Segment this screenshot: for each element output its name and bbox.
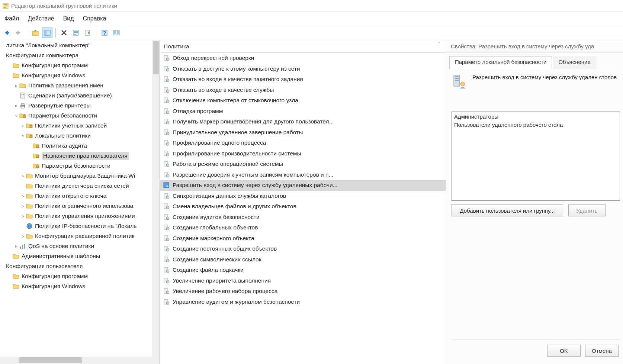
tree-restricted[interactable]: ▹ Политики ограниченного использова xyxy=(0,201,151,211)
tree-firewall-monitor[interactable]: ▹ Монитор брандмауэра Защитника Wi xyxy=(0,171,151,181)
add-user-button[interactable]: Добавить пользователя или группу... xyxy=(452,204,563,216)
tree-local-policies[interactable]: ▿ Локальные политики xyxy=(0,131,151,141)
tree-public-key[interactable]: ▹ Политики открытого ключа xyxy=(0,191,151,201)
cancel-button[interactable]: Отмена xyxy=(585,345,619,357)
policy-item[interactable]: Увеличение приоритета выполнения xyxy=(160,276,446,286)
expander-icon[interactable]: ▹ xyxy=(20,203,26,209)
tree-windows-config[interactable]: Конфигурация Windows xyxy=(0,70,151,80)
forward-button[interactable] xyxy=(13,28,24,38)
tree-audit-policy[interactable]: Политика аудита xyxy=(0,141,151,151)
show-hide-tree-button[interactable] xyxy=(42,28,52,38)
policy-item[interactable]: Синхронизация данных службы каталогов xyxy=(160,191,446,202)
properties-button[interactable] xyxy=(71,28,81,38)
expander-icon[interactable]: ▹ xyxy=(20,193,26,199)
tree-user-config[interactable]: Конфигурация пользователя xyxy=(0,261,151,271)
policy-item[interactable]: Получить маркер олицетворения для другог… xyxy=(160,116,446,127)
policy-icon xyxy=(163,129,170,136)
policy-item[interactable]: Создание файла подкачки xyxy=(160,265,446,276)
svg-rect-8 xyxy=(44,30,46,35)
tree-security-options[interactable]: Параметры безопасности xyxy=(0,161,151,171)
policy-item[interactable]: Профилирование одного процесса xyxy=(160,138,446,148)
tree[interactable]: литика "Локальный компьютер" Конфигураци… xyxy=(0,40,160,364)
policy-item[interactable]: Отказать во входе в качестве службы xyxy=(160,85,446,96)
expander-icon[interactable]: ▹ xyxy=(13,103,19,108)
policy-item[interactable]: Создание маркерного объекта xyxy=(160,233,446,244)
delete-button[interactable] xyxy=(59,28,69,38)
tree-printers[interactable]: ▹ Развернутые принтеры xyxy=(0,100,151,110)
policy-item[interactable]: Отладка программ xyxy=(160,106,446,117)
help-button[interactable]: ? xyxy=(99,28,110,38)
menu-file[interactable]: Файл xyxy=(4,15,19,22)
tree-node-icon xyxy=(26,193,33,199)
expander-icon[interactable]: ▹ xyxy=(20,123,26,128)
tree-scripts[interactable]: Сценарии (запуск/завершение) xyxy=(0,90,151,100)
tree-windows-config-2[interactable]: Конфигурация Windows xyxy=(0,281,151,291)
tree-network-list[interactable]: Политики диспетчера списка сетей xyxy=(0,181,151,191)
tree-ipsec[interactable]: Политики IP-безопасности на "Локаль xyxy=(0,221,151,231)
policy-label: Создание файла подкачки xyxy=(173,267,244,273)
tree-qos[interactable]: ▹ QoS на основе политики xyxy=(0,241,151,251)
policy-item[interactable]: Смена владельцев файлов и других объекто… xyxy=(160,201,446,212)
tree-computer-config[interactable]: Конфигурация компьютера xyxy=(0,50,151,60)
policy-item[interactable]: Создание постоянных общих объектов xyxy=(160,244,446,254)
menu-view[interactable]: Вид xyxy=(63,15,74,22)
policy-item[interactable]: Разрешение доверия к учетным записям ком… xyxy=(160,170,446,180)
user-row[interactable]: Администраторы xyxy=(454,113,617,122)
tree-advanced-audit[interactable]: ▹ Конфигурация расширенной политик xyxy=(0,231,151,241)
tree-vscrollbar[interactable] xyxy=(152,40,160,357)
policy-item[interactable]: Разрешить вход в систему через службу уд… xyxy=(160,180,446,191)
tree-programs-config-2[interactable]: Конфигурация программ xyxy=(0,271,151,281)
policy-item[interactable]: Управление аудитом и журналом безопаснос… xyxy=(160,297,446,307)
svg-rect-6 xyxy=(32,31,38,36)
expander-icon[interactable]: ▹ xyxy=(20,173,26,178)
tree-hscrollbar[interactable] xyxy=(0,357,152,364)
user-row[interactable]: Пользователи удаленного рабочего стола xyxy=(454,122,617,130)
tree-admin-templates[interactable]: Административные шаблоны xyxy=(0,251,151,261)
expander-icon[interactable]: ▿ xyxy=(20,133,26,138)
expander-icon[interactable]: ▹ xyxy=(13,83,19,88)
column-header-policy[interactable]: Политика xyxy=(160,40,446,53)
menu-action[interactable]: Действие xyxy=(28,15,54,22)
user-list[interactable]: АдминистраторыПользователи удаленного ра… xyxy=(452,112,620,201)
ok-button[interactable]: OK xyxy=(547,345,581,357)
back-button[interactable] xyxy=(1,28,12,38)
policy-item[interactable]: Создание символических ссылок xyxy=(160,254,446,265)
policy-list[interactable]: Обход перекрестной проверки Отказать в д… xyxy=(160,53,446,364)
expander-icon[interactable]: ▹ xyxy=(20,213,26,219)
policy-item[interactable]: Создание аудитов безопасности xyxy=(160,212,446,223)
manage-button[interactable] xyxy=(111,28,122,38)
policy-icon xyxy=(163,87,170,93)
up-button[interactable] xyxy=(30,28,41,38)
svg-point-20 xyxy=(22,94,22,95)
tree-user-rights[interactable]: Назначение прав пользователя xyxy=(0,151,151,161)
tree-node-label: Конфигурация пользователя xyxy=(6,263,83,269)
tree-programs-config[interactable]: Конфигурация программ xyxy=(0,60,151,70)
expander-icon[interactable]: ▹ xyxy=(20,233,26,239)
tree-name-policy[interactable]: ▹ Политика разрешения имен xyxy=(0,80,151,90)
policy-item[interactable]: Профилирование производительности систем… xyxy=(160,148,446,159)
policy-item[interactable]: Обход перекрестной проверки xyxy=(160,53,446,64)
expander-icon[interactable]: ▿ xyxy=(13,113,19,118)
policy-item[interactable]: Увеличение рабочего набора процесса xyxy=(160,286,446,297)
tree-node-label: Политики управления приложениями xyxy=(35,213,135,219)
app-icon xyxy=(2,3,9,9)
toolbar-separator xyxy=(96,28,96,38)
policy-item[interactable]: Отказать во входе в качестве пакетного з… xyxy=(160,74,446,85)
tree-node-label: Политики учетных записей xyxy=(35,122,107,129)
tree-app-control[interactable]: ▹ Политики управления приложениями xyxy=(0,211,151,221)
tree-account-policies[interactable]: ▹ Политики учетных записей xyxy=(0,120,151,131)
policy-item[interactable]: Отключение компьютера от стыковочного уз… xyxy=(160,95,446,106)
tree-root[interactable]: литика "Локальный компьютер" xyxy=(0,40,151,50)
policy-item[interactable]: Создание глобальных объектов xyxy=(160,222,446,233)
tab-local-security[interactable]: Параметр локальной безопасности xyxy=(449,56,552,69)
export-button[interactable] xyxy=(83,28,93,38)
expander-icon[interactable]: ▹ xyxy=(13,244,19,249)
policy-item[interactable]: Принудительное удаленное завершение рабо… xyxy=(160,127,446,138)
policy-item[interactable]: Отказать в доступе к этому компьютеру из… xyxy=(160,64,446,74)
policy-label: Отказать во входе в качестве пакетного з… xyxy=(173,76,303,83)
tab-explain[interactable]: Объяснение xyxy=(553,56,596,69)
tree-security-params[interactable]: ▿ Параметры безопасности xyxy=(0,110,151,120)
policy-item[interactable]: Работа в режиме операционной системы xyxy=(160,159,446,170)
svg-rect-33 xyxy=(22,245,23,249)
menu-help[interactable]: Справка xyxy=(83,15,106,22)
